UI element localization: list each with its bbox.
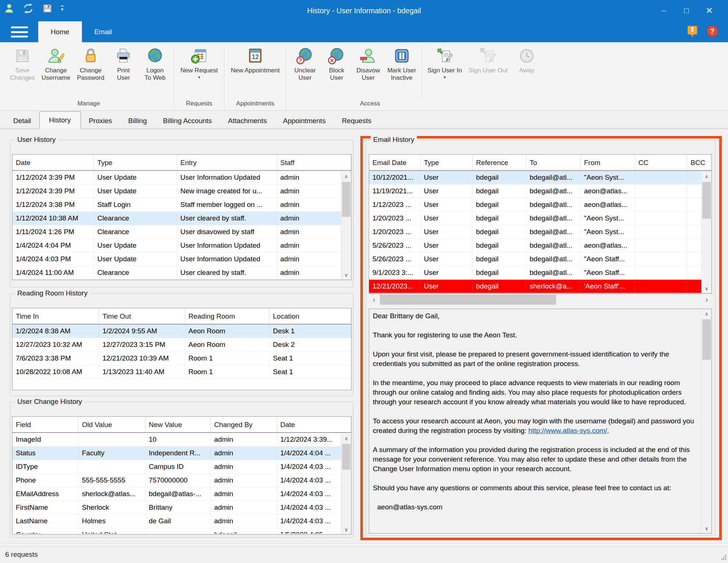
- column-header-bcc[interactable]: BCC: [687, 155, 711, 170]
- column-header-date[interactable]: Date: [12, 155, 94, 170]
- print-user-button[interactable]: Print User: [108, 44, 139, 82]
- table-row[interactable]: 5/26/2023 ...Userbdegailbdegail@atl...ae…: [369, 239, 711, 252]
- table-row[interactable]: IDTypeCampus IDadmin1/4/2024 4:03 ...: [12, 460, 351, 474]
- column-header-old-value[interactable]: Old Value: [79, 417, 145, 432]
- table-row[interactable]: 10/12/2021...Userbdegailbdegail@atl..."A…: [369, 171, 711, 184]
- table-row[interactable]: 1/12/2023 ...Userbdegailbdegail@atl...ae…: [369, 198, 711, 212]
- scroll-up-icon[interactable]: ∧: [341, 434, 351, 443]
- table-row-partial[interactable]: CountryUnited Stat...bdegail1/5/2023 4:0…: [12, 528, 351, 534]
- column-header-type[interactable]: Type: [421, 155, 473, 170]
- vertical-scrollbar[interactable]: ∧ ∨: [701, 309, 711, 533]
- vertical-scrollbar[interactable]: ∧ ∨: [701, 172, 711, 293]
- column-header-reference[interactable]: Reference: [473, 155, 526, 170]
- table-row[interactable]: 10/28/2022 10:08 AM1/13/2023 11:40 AMRoo…: [12, 365, 351, 379]
- vertical-scrollbar[interactable]: ∧ ∨: [341, 434, 351, 534]
- table-row[interactable]: 1/12/2024 3:39 PMUser UpdateUser Informa…: [12, 171, 351, 184]
- scrollbar-thumb[interactable]: [342, 182, 350, 217]
- scroll-down-icon[interactable]: ∨: [702, 284, 711, 293]
- table-row[interactable]: 1/12/2024 3:38 PMStaff LoginStaff member…: [12, 198, 351, 212]
- column-header-from[interactable]: From: [581, 155, 635, 170]
- table-row[interactable]: 1/4/2024 11:00 AMClearanceUser cleared b…: [12, 266, 351, 280]
- vertical-scrollbar[interactable]: ∧ ∨: [341, 172, 351, 280]
- table-row[interactable]: 12/21/2023...Userbdegailsherlock@a...'Ae…: [369, 280, 711, 293]
- column-header-entry[interactable]: Entry: [177, 155, 277, 170]
- tab-billing-accounts[interactable]: Billing Accounts: [155, 113, 220, 129]
- column-header-location[interactable]: Location: [270, 308, 351, 324]
- atlas-sys-link[interactable]: http://www.atlas-sys.com/: [529, 427, 607, 434]
- table-row[interactable]: 1/20/2023 ...Userbdegailbdegail@atl..."A…: [369, 225, 711, 239]
- scroll-down-icon[interactable]: ∨: [702, 524, 711, 533]
- table-row[interactable]: EMailAddresssherlock@atlas...bdegail@atl…: [12, 487, 351, 501]
- column-header-changed-by[interactable]: Changed By: [211, 417, 277, 432]
- tab-history[interactable]: History: [39, 111, 81, 129]
- unclear-user-button[interactable]: ? Unclear User: [289, 44, 321, 82]
- minimize-button[interactable]: ─: [652, 0, 675, 21]
- table-row[interactable]: LastNameHolmesde Gailadmin1/4/2024 4:03 …: [12, 514, 351, 528]
- table-row[interactable]: FirstNameSherlockBrittanyadmin1/4/2024 4…: [12, 501, 351, 514]
- table-row[interactable]: 7/6/2023 3:38 PM12/21/2023 10:39 AMRoom …: [12, 352, 351, 365]
- logon-to-web-button[interactable]: Logon To Web: [139, 44, 171, 82]
- column-header-reading-room[interactable]: Reading Room: [185, 308, 270, 324]
- horizontal-scrollbar[interactable]: ‹ ›: [369, 294, 712, 305]
- tab-requests[interactable]: Requests: [334, 113, 379, 129]
- table-row[interactable]: 1/11/2024 1:26 PMClearanceUser disavowed…: [12, 225, 351, 239]
- new-request-button[interactable]: New Request ▼: [177, 44, 221, 79]
- tab-email[interactable]: Email: [82, 21, 125, 42]
- scroll-up-icon[interactable]: ∧: [702, 172, 711, 181]
- table-row[interactable]: 5/26/2023 ...Userbdegailbdegail@atl..."A…: [369, 252, 711, 266]
- block-user-button[interactable]: ✕ Block User: [321, 44, 352, 82]
- save-changes-button[interactable]: Save Changes: [7, 44, 38, 82]
- scrollbar-thumb[interactable]: [702, 319, 711, 360]
- table-row[interactable]: 1/4/2024 4:03 PMUser UpdateUser Informat…: [12, 252, 351, 266]
- tab-appointments[interactable]: Appointments: [275, 113, 334, 129]
- column-header-staff[interactable]: Staff: [277, 155, 351, 170]
- tab-proxies[interactable]: Proxies: [81, 113, 120, 129]
- close-button[interactable]: ✕: [698, 0, 721, 21]
- scroll-down-icon[interactable]: ∨: [341, 270, 351, 280]
- scrollbar-thumb[interactable]: [342, 444, 350, 470]
- scroll-right-icon[interactable]: ›: [702, 294, 712, 305]
- table-row[interactable]: StatusFacultyIndependent R...admin1/4/20…: [12, 447, 351, 460]
- new-appointment-button[interactable]: 12 New Appointment: [227, 44, 283, 74]
- pin-icon[interactable]: [686, 25, 699, 37]
- disavow-user-button[interactable]: Disavow User: [352, 44, 384, 82]
- table-row[interactable]: 1/12/2024 10:38 AMClearanceUser cleared …: [12, 212, 351, 225]
- table-row[interactable]: 9/1/2023 3:...Userbdegailbdegail@atl..."…: [369, 266, 711, 280]
- column-header-date[interactable]: Date: [277, 417, 351, 432]
- table-row[interactable]: 12/27/2023 10:32 AM12/27/2023 3:15 PMAeo…: [12, 338, 351, 352]
- tab-detail[interactable]: Detail: [5, 113, 39, 129]
- table-row[interactable]: 11/19/2021...Userbdegailbdegail@atl...ae…: [369, 184, 711, 198]
- table-row[interactable]: 1/12/2024 3:39 PMUser UpdateNew image cr…: [12, 184, 351, 198]
- column-header-time-in[interactable]: Time In: [12, 308, 99, 324]
- column-header-time-out[interactable]: Time Out: [99, 308, 185, 324]
- scroll-down-icon[interactable]: ∨: [341, 525, 351, 534]
- help-icon[interactable]: ?: [706, 25, 718, 37]
- column-header-field[interactable]: Field: [12, 417, 79, 432]
- column-header-type[interactable]: Type: [94, 155, 177, 170]
- column-header-email-date[interactable]: Email Date: [369, 155, 421, 170]
- table-row[interactable]: 1/2/2024 8:38 AM1/2/2024 9:55 AMAeon Roo…: [12, 324, 351, 338]
- email-preview-pane[interactable]: Dear Brittany de Gail, Thank you for reg…: [369, 309, 712, 534]
- scroll-left-icon[interactable]: ‹: [369, 294, 379, 305]
- tab-attachments[interactable]: Attachments: [220, 113, 275, 129]
- mark-user-inactive-button[interactable]: Mark User Inactive: [384, 44, 419, 82]
- scrollbar-thumb[interactable]: [702, 182, 711, 219]
- table-row[interactable]: 1/4/2024 4:04 PMUser UpdateUser Informat…: [12, 239, 351, 252]
- table-row[interactable]: 1/20/2023 ...Userbdegailbdegail@atl..."A…: [369, 212, 711, 225]
- scrollbar-thumb[interactable]: [380, 295, 556, 305]
- change-username-button[interactable]: Change Username: [38, 44, 73, 82]
- column-header-new-value[interactable]: New Value: [145, 417, 211, 432]
- away-button[interactable]: Away: [511, 44, 543, 74]
- menu-icon[interactable]: [11, 26, 28, 37]
- sign-user-in-button[interactable]: Sign User In ▼: [424, 44, 465, 79]
- column-header-cc[interactable]: CC: [635, 155, 687, 170]
- column-header-to[interactable]: To: [526, 155, 581, 170]
- tab-home[interactable]: Home: [38, 21, 82, 42]
- table-row[interactable]: Phone555-555-55557570000000admin1/4/2024…: [12, 474, 351, 487]
- table-row[interactable]: ImageId10admin1/12/2024 3:39...: [12, 433, 351, 447]
- scroll-up-icon[interactable]: ∧: [702, 309, 711, 319]
- maximize-button[interactable]: □: [675, 0, 698, 21]
- scroll-up-icon[interactable]: ∧: [341, 172, 351, 181]
- sign-user-out-button[interactable]: Sign User Out: [465, 44, 511, 74]
- change-password-button[interactable]: Change Password: [73, 44, 108, 82]
